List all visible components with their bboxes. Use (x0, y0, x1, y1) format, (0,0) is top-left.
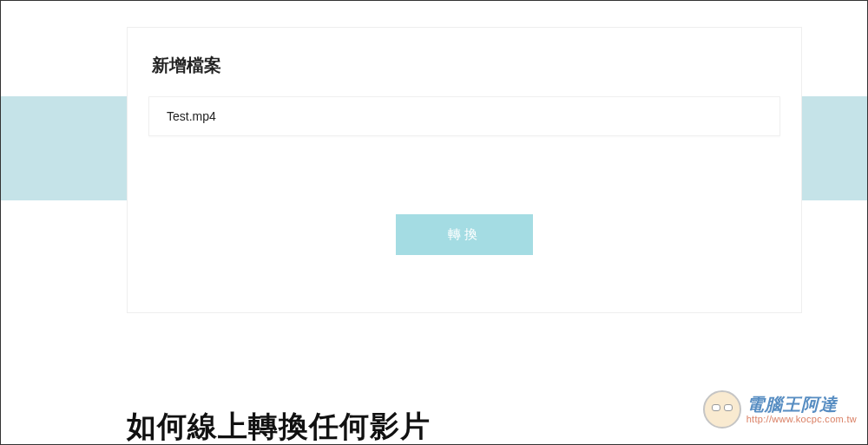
watermark-title: 電腦王阿達 (746, 395, 857, 414)
file-name-label: Test.mp4 (167, 109, 216, 123)
add-file-card: 新增檔案 Test.mp4 轉換 (127, 27, 802, 313)
watermark-url: http://www.kocpc.com.tw (746, 414, 857, 424)
section-heading: 如何線上轉換任何影片 (127, 407, 431, 445)
watermark-avatar-icon (703, 390, 741, 429)
watermark: 電腦王阿達 http://www.kocpc.com.tw (703, 390, 857, 429)
card-title: 新增檔案 (152, 54, 780, 77)
watermark-text: 電腦王阿達 http://www.kocpc.com.tw (746, 395, 857, 424)
convert-button[interactable]: 轉換 (396, 214, 533, 255)
file-item[interactable]: Test.mp4 (148, 96, 780, 136)
